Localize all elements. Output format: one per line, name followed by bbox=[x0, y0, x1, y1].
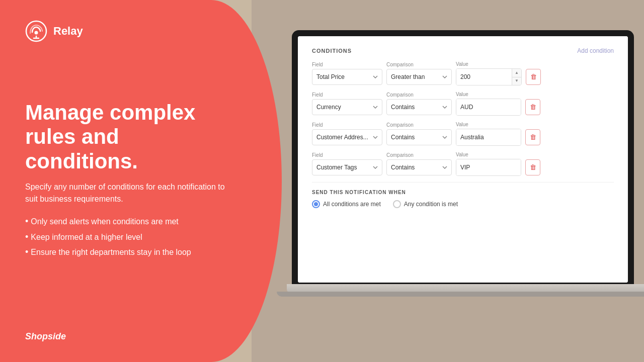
bullet-item-2: Keep informed at a higher level bbox=[25, 229, 191, 245]
value-label-1: Value bbox=[456, 61, 522, 67]
bullet-item-3: Ensure the right departments stay in the… bbox=[25, 244, 191, 260]
field-select-2[interactable]: Currency bbox=[312, 99, 382, 115]
field-select-3[interactable]: Customer Addres... bbox=[312, 129, 382, 145]
value-input-wrap-4 bbox=[456, 159, 521, 176]
radio-circle-any bbox=[393, 200, 401, 208]
bullet-item-1: Only send alerts when conditions are met bbox=[25, 214, 191, 229]
value-input-1[interactable] bbox=[456, 69, 512, 85]
logo-area: Relay bbox=[25, 20, 83, 42]
main-headline: Manage complex rules and conditions. bbox=[25, 101, 236, 173]
field-group-3: Field Customer Addres... bbox=[312, 122, 382, 145]
value-spinners-1: ▲ ▼ bbox=[512, 69, 521, 85]
comparison-select-1[interactable]: Greater than bbox=[386, 69, 452, 85]
comparison-group-2: Comparison Contains bbox=[386, 92, 452, 115]
radio-item-any[interactable]: Any condition is met bbox=[393, 200, 458, 208]
value-input-4[interactable] bbox=[456, 159, 521, 175]
comparison-select-2[interactable]: Contains bbox=[386, 99, 452, 115]
comparison-label-1: Comparison bbox=[386, 62, 452, 67]
spinner-up-1[interactable]: ▲ bbox=[512, 69, 521, 77]
divider bbox=[312, 182, 614, 183]
subtitle-text: Specify any number of conditions for eac… bbox=[25, 181, 236, 205]
radio-circle-all bbox=[312, 200, 320, 208]
laptop-screen: CONDITIONS Add condition Field Total Pri… bbox=[298, 36, 628, 283]
field-group-4: Field Customer Tags bbox=[312, 152, 382, 175]
condition-row-3: Field Customer Addres... Comparison Cont… bbox=[312, 122, 614, 146]
spinner-down-1[interactable]: ▼ bbox=[512, 77, 521, 85]
condition-row-1: Field Total Price Comparison Greater tha… bbox=[312, 61, 614, 85]
add-condition-button[interactable]: Add condition bbox=[577, 47, 614, 54]
comparison-label-2: Comparison bbox=[386, 92, 452, 98]
shopside-brand: Shopside bbox=[25, 331, 66, 342]
comparison-select-3[interactable]: Contains bbox=[386, 129, 452, 145]
delete-button-4[interactable]: 🗑 bbox=[525, 159, 540, 175]
value-group-3: Value bbox=[456, 122, 521, 146]
value-input-3[interactable] bbox=[456, 129, 521, 145]
value-group-2: Value bbox=[456, 92, 521, 116]
logo-text: Relay bbox=[53, 25, 83, 38]
laptop-wrapper: CONDITIONS Add condition Field Total Pri… bbox=[292, 30, 634, 287]
field-select-4[interactable]: Customer Tags bbox=[312, 159, 382, 175]
radio-item-all[interactable]: All conditions are met bbox=[312, 200, 381, 208]
left-panel: Relay Manage complex rules and condition… bbox=[0, 0, 282, 362]
value-input-wrap-1: ▲ ▼ bbox=[456, 68, 522, 85]
feature-list: Only send alerts when conditions are met… bbox=[25, 214, 191, 260]
field-select-1[interactable]: Total Price bbox=[312, 69, 382, 85]
value-group-1: Value ▲ ▼ bbox=[456, 61, 522, 85]
value-label-4: Value bbox=[456, 152, 521, 157]
value-label-2: Value bbox=[456, 92, 521, 97]
delete-button-2[interactable]: 🗑 bbox=[525, 99, 540, 115]
field-label-3: Field bbox=[312, 122, 382, 128]
delete-button-1[interactable]: 🗑 bbox=[526, 69, 541, 85]
value-input-wrap-3 bbox=[456, 129, 521, 146]
conditions-panel: CONDITIONS Add condition Field Total Pri… bbox=[298, 36, 628, 283]
value-label-3: Value bbox=[456, 122, 521, 127]
value-input-wrap-2 bbox=[456, 99, 521, 116]
panel-header: CONDITIONS Add condition bbox=[312, 47, 614, 54]
delete-button-3[interactable]: 🗑 bbox=[525, 129, 540, 145]
radio-label-all: All conditions are met bbox=[323, 201, 381, 208]
field-label-4: Field bbox=[312, 152, 382, 158]
comparison-group-1: Comparison Greater than bbox=[386, 62, 452, 85]
field-label-2: Field bbox=[312, 92, 382, 98]
radio-label-any: Any condition is met bbox=[404, 201, 458, 208]
svg-point-1 bbox=[35, 31, 38, 35]
condition-row-2: Field Currency Comparison Contains Value bbox=[312, 92, 614, 116]
relay-logo-icon bbox=[25, 20, 47, 42]
value-input-2[interactable] bbox=[456, 99, 521, 115]
field-label-1: Field bbox=[312, 62, 382, 67]
value-group-4: Value bbox=[456, 152, 521, 176]
condition-row-4: Field Customer Tags Comparison Contains … bbox=[312, 152, 614, 176]
radio-group: All conditions are met Any condition is … bbox=[312, 200, 614, 208]
comparison-label-4: Comparison bbox=[386, 152, 452, 158]
send-section: SEND THIS NOTIFICATION WHEN All conditio… bbox=[312, 190, 614, 208]
comparison-group-4: Comparison Contains bbox=[386, 152, 452, 175]
field-group-2: Field Currency bbox=[312, 92, 382, 115]
laptop-base-bottom bbox=[277, 292, 644, 297]
conditions-title: CONDITIONS bbox=[312, 48, 352, 54]
comparison-select-4[interactable]: Contains bbox=[386, 159, 452, 175]
comparison-label-3: Comparison bbox=[386, 122, 452, 128]
field-group-1: Field Total Price bbox=[312, 62, 382, 85]
send-label: SEND THIS NOTIFICATION WHEN bbox=[312, 190, 614, 195]
comparison-group-3: Comparison Contains bbox=[386, 122, 452, 145]
